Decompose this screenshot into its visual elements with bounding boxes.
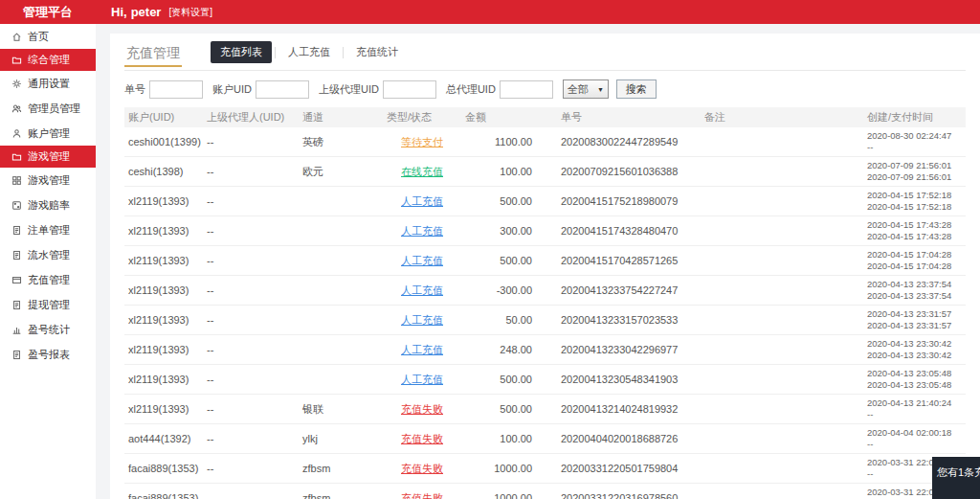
sidebar-section-general[interactable]: 综合管理 [0, 49, 96, 71]
folder-icon [11, 151, 22, 162]
remark-cell [701, 395, 863, 424]
col-time: 创建/支付时间 [863, 107, 966, 127]
tab-recharge-list[interactable]: 充值列表 [211, 41, 272, 63]
status-link[interactable]: 充值失败 [401, 433, 443, 444]
order-no-input[interactable] [149, 80, 203, 99]
agent-uid-input[interactable] [383, 80, 436, 99]
status-link[interactable]: 在线充值 [401, 166, 443, 177]
type-cell: 人工充值 [383, 246, 461, 276]
username: peter [131, 5, 162, 19]
sidebar-item-game-management[interactable]: 游戏管理 [0, 168, 96, 193]
remark-cell [701, 246, 863, 276]
search-button[interactable]: 搜索 [616, 79, 657, 99]
status-link[interactable]: 人工充值 [401, 374, 443, 385]
amount-cell: 500.00 [461, 187, 557, 216]
table-row: ceshi001(1399) -- 英磅 等待支付 1100.00 202008… [124, 127, 966, 157]
recharge-notification-toast[interactable]: 您有1条充 [932, 457, 980, 499]
order-cell: 20200413233157023533 [557, 306, 701, 335]
status-select[interactable]: 全部 ▼ [563, 79, 609, 99]
created-time: 2020-04-13 23:05:48 [867, 368, 962, 379]
remark-cell [701, 276, 863, 306]
col-account: 账户(UID) [124, 107, 203, 127]
time-cell: 2020-04-15 17:52:182020-04-15 17:52:18 [863, 187, 966, 216]
account-cell: ceshi(1398) [124, 157, 203, 187]
sidebar-item-label: 首页 [28, 30, 49, 44]
order-cell: 20200331220501759804 [557, 454, 701, 484]
tab-recharge-stats[interactable]: 充值统计 [346, 41, 408, 63]
type-cell: 人工充值 [383, 365, 461, 395]
table-row: xl2119(1393) -- 人工充值 500.00 202004151704… [124, 246, 966, 276]
card-icon [11, 275, 22, 285]
sidebar-item-withdraw-management[interactable]: 提现管理 [0, 292, 96, 317]
top-agent-uid-input[interactable] [500, 80, 553, 99]
type-cell: 人工充值 [383, 216, 461, 246]
remark-cell [701, 187, 863, 216]
top-bar: 管理平台 Hi, peter [资料设置] [0, 0, 980, 24]
paid-time: 2020-04-13 23:05:48 [867, 379, 962, 391]
table-row: xl2119(1393) -- 银联 充值失败 500.00 202004132… [124, 395, 966, 424]
tab-divider [275, 47, 276, 58]
col-amount: 金额 [461, 107, 557, 127]
sidebar-item-turnover-management[interactable]: 流水管理 [0, 242, 96, 267]
time-cell: 2020-04-15 17:04:282020-04-15 17:04:28 [863, 246, 966, 276]
gear-icon [11, 79, 22, 89]
amount-cell: -300.00 [461, 276, 557, 306]
account-cell: xl2119(1393) [124, 395, 203, 424]
time-cell: 2020-08-30 02:24:47-- [863, 127, 966, 157]
agent-cell: -- [203, 127, 299, 157]
agent-cell: -- [203, 187, 299, 216]
remark-cell [701, 216, 863, 246]
sidebar-item-bet-management[interactable]: 注单管理 [0, 217, 96, 242]
sidebar-item-label: 盈号统计 [28, 323, 70, 337]
time-cell: 2020-04-13 23:30:422020-04-13 23:30:42 [863, 335, 966, 365]
sidebar-item-label: 账户管理 [28, 126, 70, 141]
created-time: 2020-04-13 21:40:24 [867, 397, 962, 409]
status-link[interactable]: 人工充值 [401, 195, 443, 207]
order-cell: 20200415174328480470 [557, 216, 701, 246]
status-link[interactable]: 人工充值 [401, 314, 443, 326]
sidebar-section-label: 综合管理 [28, 53, 70, 67]
channel-cell [299, 335, 383, 365]
sidebar-item-recharge-management[interactable]: 充值管理 [0, 267, 96, 292]
sidebar-item-game-odds[interactable]: 游戏赔率 [0, 193, 96, 217]
channel-cell [299, 216, 383, 246]
status-link[interactable]: 人工充值 [401, 344, 443, 355]
sidebar-item-label: 游戏赔率 [28, 198, 70, 213]
sidebar-item-label: 提现管理 [28, 298, 70, 312]
account-uid-input[interactable] [256, 80, 309, 99]
account-cell: facai889(1353) [124, 454, 203, 484]
status-link[interactable]: 充值失败 [401, 463, 443, 474]
sidebar-item-label: 通用设置 [28, 77, 70, 91]
remark-cell [701, 306, 863, 335]
created-time: 2020-04-15 17:52:18 [867, 190, 962, 201]
channel-cell: zfbsm [299, 454, 383, 484]
order-cell: 20200709215601036388 [557, 157, 701, 187]
sidebar-item-label: 管理员管理 [28, 102, 80, 116]
account-cell: xl2119(1393) [124, 216, 203, 246]
sidebar-item-admin-management[interactable]: 管理员管理 [0, 96, 96, 121]
paid-time: 2020-04-15 17:43:28 [867, 231, 962, 242]
status-link[interactable]: 等待支付 [401, 136, 443, 147]
status-link[interactable]: 人工充值 [401, 255, 443, 266]
tab-bar: 充值列表 人工充值 充值统计 [211, 41, 408, 63]
sidebar-item-account-management[interactable]: 账户管理 [0, 121, 96, 146]
sidebar-section-game[interactable]: 游戏管理 [0, 146, 96, 168]
sidebar-item-general-settings[interactable]: 通用设置 [0, 71, 96, 96]
channel-cell: 英磅 [299, 127, 383, 157]
account-uid-label: 账户UID [212, 82, 252, 97]
profile-settings-link[interactable]: [资料设置] [168, 6, 212, 19]
paid-time: -- [867, 142, 962, 153]
sidebar-item-profit-stats[interactable]: 盈号统计 [0, 317, 96, 342]
sidebar-item-home[interactable]: 首页 [0, 24, 96, 49]
paid-time: 2020-04-13 23:30:42 [867, 350, 962, 361]
status-link[interactable]: 充值失败 [401, 492, 443, 499]
tab-manual-recharge[interactable]: 人工充值 [278, 41, 340, 63]
status-link[interactable]: 充值失败 [401, 403, 443, 415]
status-link[interactable]: 人工充值 [401, 284, 443, 296]
sidebar-item-profit-report[interactable]: 盈号报表 [0, 342, 96, 367]
type-cell: 充值失败 [383, 484, 461, 499]
user-icon [11, 128, 22, 139]
time-cell: 2020-07-09 21:56:012020-07-09 21:56:01 [863, 157, 966, 187]
status-link[interactable]: 人工充值 [401, 225, 443, 237]
agent-cell: -- [203, 246, 299, 276]
